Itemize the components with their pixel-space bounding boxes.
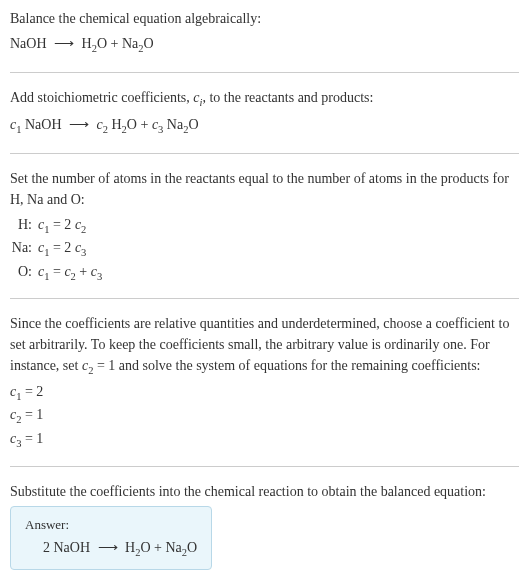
atom-balance-title: Set the number of atoms in the reactants… bbox=[10, 168, 519, 210]
coef-intro-text: Add stoichiometric coefficients, ci, to … bbox=[10, 87, 519, 111]
section-answer: Substitute the coefficients into the che… bbox=[10, 481, 519, 571]
coef-result-3: c3 = 1 bbox=[10, 428, 519, 452]
coef-intro-after: , to the reactants and products: bbox=[202, 90, 373, 105]
section-solve: Since the coefficients are relative quan… bbox=[10, 313, 519, 466]
section-atom-balance: Set the number of atoms in the reactants… bbox=[10, 168, 519, 300]
answer-box: Answer: 2 NaOH ⟶ H2O + Na2O bbox=[10, 506, 212, 571]
atom-equation: c1 = c2 + c3 bbox=[38, 261, 102, 285]
atom-label: H: bbox=[10, 214, 38, 238]
coef-result-2: c2 = 1 bbox=[10, 404, 519, 428]
problem-title: Balance the chemical equation algebraica… bbox=[10, 8, 519, 29]
unbalanced-equation: NaOH ⟶ H2O + Na2O bbox=[10, 33, 519, 58]
atom-equation: c1 = 2 c2 bbox=[38, 214, 86, 238]
section-problem: Balance the chemical equation algebraica… bbox=[10, 8, 519, 73]
atom-balance-table: H: c1 = 2 c2 Na: c1 = 2 c3 O: c1 = c2 + … bbox=[10, 214, 519, 285]
answer-label: Answer: bbox=[25, 517, 197, 533]
coef-result-1: c1 = 2 bbox=[10, 381, 519, 405]
atom-equation: c1 = 2 c3 bbox=[38, 237, 86, 261]
answer-title: Substitute the coefficients into the che… bbox=[10, 481, 519, 502]
coef-intro-before: Add stoichiometric coefficients, bbox=[10, 90, 193, 105]
balanced-equation: 2 NaOH ⟶ H2O + Na2O bbox=[25, 539, 197, 558]
atom-row-h: H: c1 = 2 c2 bbox=[10, 214, 519, 238]
section-coefficients-intro: Add stoichiometric coefficients, ci, to … bbox=[10, 87, 519, 154]
solve-text: Since the coefficients are relative quan… bbox=[10, 313, 519, 379]
atom-label: Na: bbox=[10, 237, 38, 261]
atom-row-na: Na: c1 = 2 c3 bbox=[10, 237, 519, 261]
atom-label: O: bbox=[10, 261, 38, 285]
atom-row-o: O: c1 = c2 + c3 bbox=[10, 261, 519, 285]
coef-equation: c1 NaOH ⟶ c2 H2O + c3 Na2O bbox=[10, 114, 519, 139]
coef-results: c1 = 2 c2 = 1 c3 = 1 bbox=[10, 381, 519, 452]
